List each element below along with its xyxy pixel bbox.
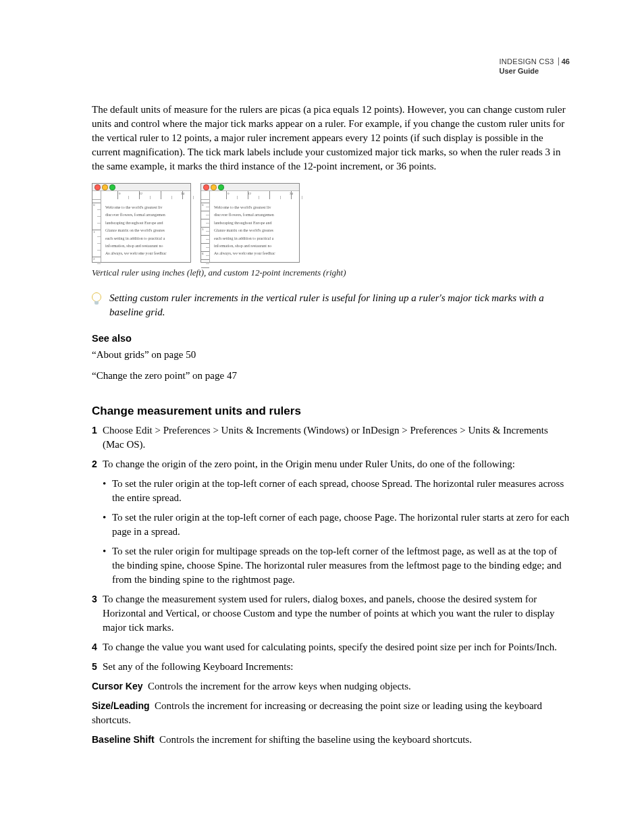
page-number: 46: [558, 57, 570, 66]
section-heading: Change measurement units and rulers: [92, 403, 570, 419]
minimize-icon: [211, 184, 217, 190]
definition-term: Cursor Key: [92, 681, 142, 692]
zoom-icon: [218, 184, 224, 190]
close-icon: [203, 184, 209, 190]
definition-desc: Controls the increment for shifting the …: [159, 734, 472, 745]
step-number: 2: [92, 457, 103, 471]
step-number: 1: [92, 423, 103, 452]
figure-caption: Vertical ruler using inches (left), and …: [92, 267, 570, 279]
definition-desc: Controls the increment for the arrow key…: [148, 681, 411, 692]
see-also-link[interactable]: “About grids” on page 50: [92, 348, 570, 362]
zoom-icon: [109, 184, 115, 190]
intro-paragraph: The default units of measure for the rul…: [92, 103, 570, 174]
step-text: Set any of the following Keyboard Increm…: [103, 660, 570, 674]
bullet-icon: [103, 511, 112, 539]
doc-subtitle: User Guide: [499, 66, 570, 76]
content-area: The default units of measure for the rul…: [92, 103, 570, 747]
step-number: 4: [92, 640, 103, 654]
window-titlebar: [92, 184, 190, 191]
vertical-ruler-inches: 0 1 2: [92, 200, 101, 262]
definition-desc: Controls the increment for increasing or…: [92, 700, 542, 725]
definition-size-leading: Size/Leading Controls the increment for …: [92, 699, 570, 727]
bullet-item: To set the ruler origin for multipage sp…: [103, 544, 570, 587]
definition-baseline-shift: Baseline Shift Controls the increment fo…: [92, 733, 570, 747]
bullet-text: To set the ruler origin for multipage sp…: [112, 544, 570, 587]
bullet-text: To set the ruler origin at the top-left …: [112, 511, 570, 539]
figure: 0 12 24 0: [92, 183, 570, 263]
figure-window-left: 0 12 24 0: [92, 183, 191, 263]
bullet-text: To set the ruler origin at the top-left …: [112, 477, 570, 505]
definition-term: Baseline Shift: [92, 734, 155, 745]
step-number: 3: [92, 592, 103, 635]
step-4: 4 To change the value you want used for …: [92, 640, 570, 654]
definition-term: Size/Leading: [92, 700, 150, 711]
tip-text: Setting custom ruler increments in the v…: [109, 291, 570, 319]
ruler-origin-corner: [92, 191, 101, 200]
sample-text-right: Welcome to the world's greatest liv disc…: [210, 200, 299, 262]
running-header: INDESIGN CS3 46 User Guide: [499, 57, 570, 76]
bullet-icon: [103, 477, 112, 505]
step-1: 1 Choose Edit > Preferences > Units & In…: [92, 423, 570, 452]
lightbulb-icon: [92, 291, 103, 319]
product-name: INDESIGN CS3: [499, 57, 554, 66]
minimize-icon: [102, 184, 108, 190]
step-text: Choose Edit > Preferences > Units & Incr…: [103, 423, 570, 452]
step-text: To change the value you want used for ca…: [103, 640, 570, 654]
see-also-heading: See also: [92, 332, 570, 345]
see-also-link[interactable]: “Change the zero point” on page 47: [92, 369, 570, 383]
page: INDESIGN CS3 46 User Guide The default u…: [0, 0, 644, 834]
window-titlebar: [201, 184, 299, 191]
step-3: 3 To change the measurement system used …: [92, 592, 570, 635]
step-text: To change the origin of the zero point, …: [103, 457, 570, 471]
figure-window-right: 0 12 24 0: [200, 183, 300, 263]
sample-text-left: Welcome to the world's greatest liv disc…: [101, 200, 190, 262]
step-number: 5: [92, 660, 103, 674]
ruler-origin-corner: [201, 191, 210, 200]
definition-cursor-key: Cursor Key Controls the increment for th…: [92, 679, 570, 694]
step-text: To change the measurement system used fo…: [103, 592, 570, 635]
bullet-item: To set the ruler origin at the top-left …: [103, 477, 570, 505]
bullet-icon: [103, 544, 112, 587]
step-2: 2 To change the origin of the zero point…: [92, 457, 570, 471]
close-icon: [95, 184, 101, 190]
tip-callout: Setting custom ruler increments in the v…: [92, 291, 570, 319]
step-5: 5 Set any of the following Keyboard Incr…: [92, 660, 570, 674]
bullet-item: To set the ruler origin at the top-left …: [103, 511, 570, 539]
vertical-ruler-12pt: 0 3 6: [201, 200, 210, 262]
